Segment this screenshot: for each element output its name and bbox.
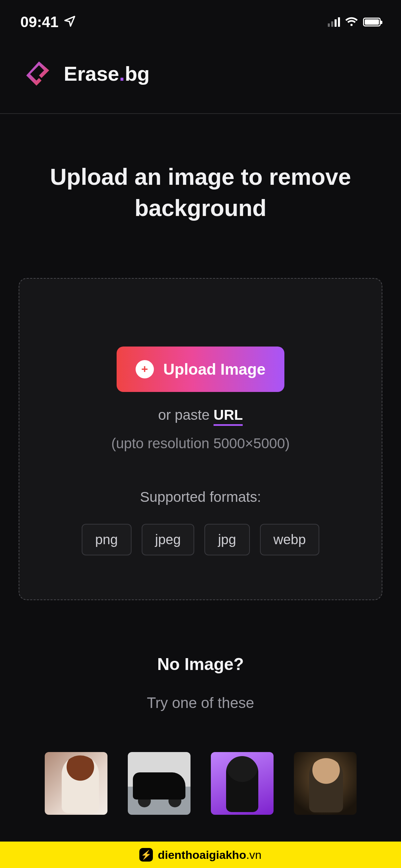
brand-name-post: bg bbox=[125, 62, 149, 85]
banner-logo-icon: ⚡ bbox=[139, 848, 153, 862]
no-image-title: No Image? bbox=[147, 654, 254, 674]
sample-image-3[interactable] bbox=[211, 752, 274, 815]
sample-image-2[interactable] bbox=[128, 752, 191, 815]
hero-title: Upload an image to remove background bbox=[31, 161, 370, 224]
wifi-icon bbox=[345, 16, 358, 28]
format-chip: webp bbox=[260, 524, 320, 555]
brand-logo-icon bbox=[24, 58, 54, 90]
status-time: 09:41 bbox=[20, 14, 59, 31]
sample-images-row bbox=[19, 752, 382, 815]
format-chip: jpeg bbox=[142, 524, 195, 555]
resolution-note: (upto resolution 5000×5000) bbox=[111, 435, 290, 452]
watermark-banner: ⚡ dienthoaigiakho.vn bbox=[0, 842, 401, 868]
formats-row: png jpeg jpg webp bbox=[82, 524, 319, 555]
no-image-subtitle: Try one of these bbox=[147, 694, 254, 711]
brand-name: Erase.bg bbox=[64, 62, 149, 85]
location-icon bbox=[63, 14, 76, 31]
format-chip: jpg bbox=[204, 524, 249, 555]
app-screen: 09:41 bbox=[0, 0, 401, 868]
upload-button-label: Upload Image bbox=[163, 360, 266, 378]
banner-text-suffix: .vn bbox=[246, 848, 261, 861]
upload-image-button[interactable]: + Upload Image bbox=[117, 347, 285, 392]
formats-label: Supported formats: bbox=[140, 489, 261, 505]
plus-icon: + bbox=[136, 360, 154, 378]
status-left: 09:41 bbox=[20, 14, 76, 31]
paste-pre-text: or paste bbox=[158, 407, 214, 423]
paste-url-line: or paste URL bbox=[158, 407, 243, 423]
app-header: Erase.bg bbox=[0, 41, 401, 114]
signal-icon bbox=[328, 17, 340, 27]
upload-dropzone[interactable]: + Upload Image or paste URL (upto resolu… bbox=[19, 278, 382, 600]
banner-text-main: dienthoaigiakho bbox=[158, 848, 246, 861]
paste-url-link[interactable]: URL bbox=[214, 407, 243, 426]
sample-image-4[interactable] bbox=[294, 752, 357, 815]
battery-icon bbox=[363, 18, 381, 26]
banner-text: dienthoaigiakho.vn bbox=[158, 848, 261, 862]
format-chip: png bbox=[82, 524, 132, 555]
sample-image-1[interactable] bbox=[45, 752, 107, 815]
status-bar: 09:41 bbox=[0, 0, 401, 41]
brand-name-pre: Erase bbox=[64, 62, 119, 85]
main-content: Upload an image to remove background + U… bbox=[0, 114, 401, 868]
no-image-section: No Image? Try one of these bbox=[147, 654, 254, 711]
status-right bbox=[328, 16, 381, 28]
